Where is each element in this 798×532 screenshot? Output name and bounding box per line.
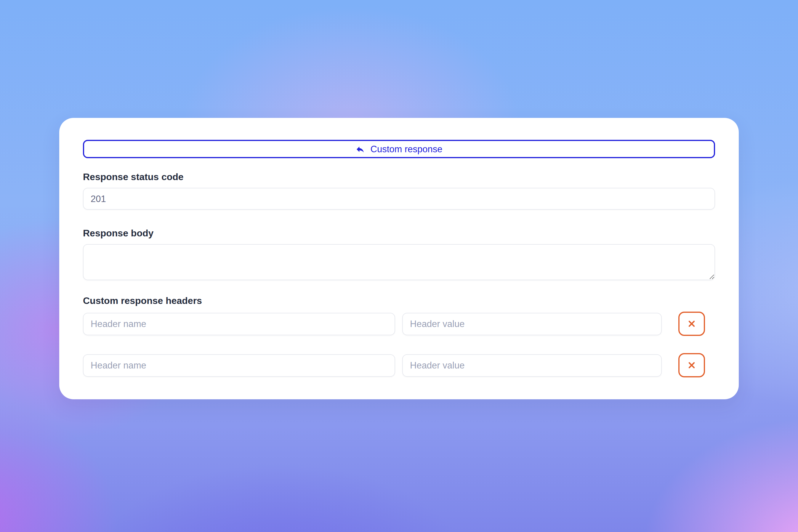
- page-background: Custom response Response status code Res…: [0, 0, 798, 532]
- header-value-input[interactable]: [402, 354, 662, 377]
- x-icon: [687, 319, 696, 328]
- header-row: [83, 311, 715, 336]
- header-row: [83, 353, 715, 377]
- status-code-input[interactable]: [83, 188, 715, 210]
- custom-headers-section: Custom response headers: [83, 295, 715, 377]
- reply-icon: [356, 144, 365, 154]
- remove-header-button[interactable]: [678, 353, 705, 377]
- custom-response-card: Custom response Response status code Res…: [59, 118, 739, 399]
- response-body-field: Response body: [83, 228, 715, 280]
- custom-response-button[interactable]: Custom response: [83, 140, 715, 158]
- status-code-field: Response status code: [83, 171, 715, 210]
- response-body-label: Response body: [83, 228, 715, 239]
- header-name-input[interactable]: [83, 312, 395, 335]
- x-icon: [687, 361, 696, 370]
- status-code-label: Response status code: [83, 171, 715, 183]
- custom-headers-label: Custom response headers: [83, 295, 715, 307]
- header-value-input[interactable]: [402, 312, 662, 335]
- header-name-input[interactable]: [83, 354, 395, 377]
- remove-header-button[interactable]: [678, 311, 705, 336]
- response-body-textarea[interactable]: [83, 244, 715, 280]
- custom-response-label: Custom response: [370, 144, 442, 154]
